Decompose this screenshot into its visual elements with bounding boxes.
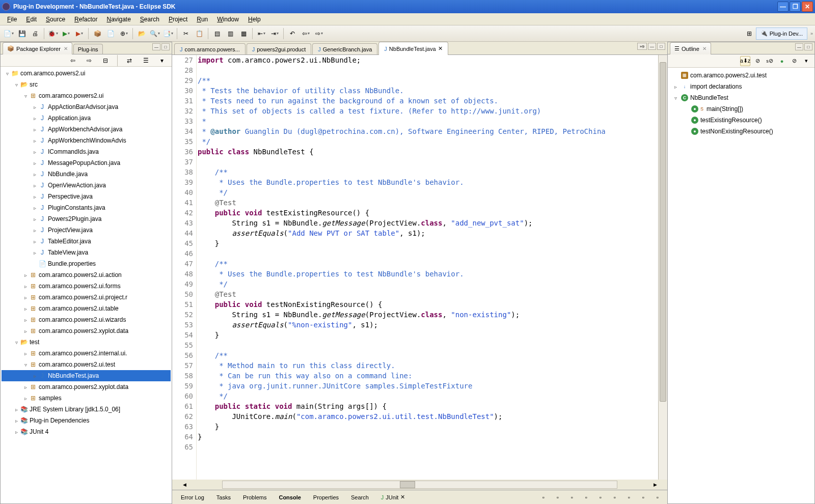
pin-icon[interactable]: ▫	[538, 492, 549, 503]
save-button[interactable]: 💾	[16, 28, 28, 39]
tree-twisty[interactable]: ▹	[31, 216, 38, 222]
tree-item[interactable]: ▹JAppActionBarAdvisor.java	[2, 101, 171, 113]
hide-nonpublic-button[interactable]: ●	[777, 56, 787, 66]
cut-button[interactable]: ✂	[180, 28, 192, 39]
outline-tree[interactable]: ⊞com.aramco.powers2.ui.test▹↓import decl…	[668, 68, 814, 503]
tree-item[interactable]: ▹⊞com.aramco.powers2.ui.forms	[2, 281, 171, 292]
tree-item[interactable]: ▹⊞com.aramco.powers2.ui.action	[2, 269, 171, 281]
close-icon[interactable]: ✕	[64, 46, 68, 51]
scroll-lock-icon[interactable]: ▫	[623, 492, 635, 503]
bottom-tab-problems[interactable]: Problems	[237, 492, 272, 502]
tree-item[interactable]: ▹⊞com.aramco.powers2.ui.project.r	[2, 292, 171, 303]
tree-item[interactable]: ▹JPowers2Plugin.java	[2, 213, 171, 225]
code-area[interactable]: import com.aramco.powers2.ui.NbBundle; /…	[197, 55, 658, 480]
menu-window[interactable]: Window	[213, 14, 243, 24]
bottom-tab-properties[interactable]: Properties	[308, 492, 344, 502]
menu-edit[interactable]: Edit	[22, 14, 41, 24]
editor-overflow[interactable]: »9	[637, 43, 647, 50]
bottom-tab-search[interactable]: Search	[345, 492, 374, 502]
menu-project[interactable]: Project	[165, 14, 192, 24]
tree-twisty[interactable]: ▹	[31, 205, 38, 211]
package-explorer-tree[interactable]: ▿📁com.aramco.powers2.ui▿📂src▿⊞com.aramco…	[1, 67, 172, 503]
tab-plugins[interactable]: Plug-ins	[73, 44, 103, 54]
tree-item[interactable]: ▿⊞com.aramco.powers2.ui	[2, 90, 171, 101]
new-button[interactable]: 📄	[3, 28, 14, 39]
tree-twisty[interactable]: ▹	[31, 239, 38, 244]
console-icon[interactable]: ▫	[566, 492, 578, 503]
tree-item[interactable]: ▹📚Plug-in Dependencies	[2, 415, 171, 426]
forward-nav-icon[interactable]: ⇨	[84, 55, 95, 66]
outline-item[interactable]: ●testExistingResource()	[670, 115, 812, 126]
tree-twisty[interactable]: ▹	[31, 194, 38, 200]
tree-item[interactable]: ▹⊞samples	[2, 393, 171, 404]
tree-twisty[interactable]: ▹	[22, 328, 29, 334]
editor-tab[interactable]: JNbBundleTest.java✕	[378, 42, 448, 55]
tree-twisty[interactable]: ▹	[22, 272, 29, 278]
tb-icon-2[interactable]: ▥	[225, 28, 236, 39]
tree-twisty[interactable]: ▹	[13, 418, 20, 424]
tree-twisty[interactable]: ▹	[31, 149, 38, 155]
tree-twisty[interactable]: ▿	[4, 71, 11, 76]
hide-static-button[interactable]: s⊘	[765, 56, 775, 66]
tree-twisty[interactable]: ▹	[31, 183, 38, 188]
tb-icon-1[interactable]: ▤	[211, 28, 223, 39]
hide-fields-button[interactable]: ⊘	[752, 56, 763, 66]
tree-item[interactable]: ▹JProjectView.java	[2, 225, 171, 236]
tree-twisty[interactable]: ▹	[31, 127, 38, 132]
tree-twisty[interactable]: ▹	[31, 138, 38, 144]
horizontal-scrollbar[interactable]	[222, 481, 617, 489]
tree-twisty[interactable]: ▿	[672, 95, 679, 101]
tree-item[interactable]: ▹JNbBundleTest.java	[2, 370, 171, 381]
tree-item[interactable]: ▹⊞com.aramco.powers2.ui.table	[2, 303, 171, 314]
back-nav-icon[interactable]: ⇦	[67, 55, 78, 66]
max-icon[interactable]: ▫	[652, 492, 663, 503]
tree-item[interactable]: ▹JICommandIds.java	[2, 146, 171, 157]
close-icon[interactable]: ✕	[400, 494, 405, 500]
tree-item[interactable]: ▿📁com.aramco.powers2.ui	[2, 68, 171, 79]
new-plugin-button[interactable]: 📦	[92, 28, 103, 39]
back-button[interactable]: ⇦	[300, 28, 311, 39]
tree-twisty[interactable]: ▿	[13, 340, 20, 345]
tree-item[interactable]: ▹⊞com.aramco.powers2.ui.wizards	[2, 314, 171, 325]
tb-nav-2[interactable]: ⇥	[269, 28, 280, 39]
search-button[interactable]: 🔍	[149, 28, 160, 39]
maximize-view-button[interactable]: □	[804, 43, 812, 50]
collapse-all-icon[interactable]: ⊟	[100, 55, 111, 66]
terminate-icon[interactable]: ▫	[581, 492, 592, 503]
scroll-left-button[interactable]: ◀	[172, 480, 197, 490]
external-tools-button[interactable]: ▶	[74, 28, 85, 39]
tree-twisty[interactable]: ▹	[22, 295, 29, 300]
tree-twisty[interactable]: ▹	[22, 317, 29, 323]
editor-tab[interactable]: Jpowers2gui.product	[247, 43, 312, 54]
last-edit-button[interactable]: ↶	[287, 28, 298, 39]
menu-refactor[interactable]: Refactor	[70, 14, 101, 24]
run-button[interactable]: ▶	[61, 28, 72, 39]
tree-twisty[interactable]: ▹	[22, 284, 29, 289]
debug-button[interactable]: 🐞	[47, 28, 59, 39]
remove-icon[interactable]: ▫	[595, 492, 606, 503]
tree-item[interactable]: ▹JMessagePopupAction.java	[2, 157, 171, 169]
tree-item[interactable]: ▿📂test	[2, 337, 171, 348]
tree-item[interactable]: ▹JOpenViewAction.java	[2, 180, 171, 191]
close-button[interactable]: ✕	[802, 2, 813, 12]
tree-item[interactable]: ▹JPerspective.java	[2, 191, 171, 202]
tree-twisty[interactable]: ▹	[22, 306, 29, 312]
outline-item[interactable]: ▹↓import declarations	[670, 81, 812, 92]
tree-twisty[interactable]: ▹	[13, 407, 20, 412]
menu-help[interactable]: Help	[244, 14, 265, 24]
tree-twisty[interactable]: ▿	[22, 93, 29, 99]
menu-file[interactable]: File	[3, 14, 21, 24]
tree-item[interactable]: ▹JApplication.java	[2, 113, 171, 124]
tab-outline[interactable]: ☰ Outline ✕	[670, 42, 711, 54]
tree-twisty[interactable]: ▿	[22, 362, 29, 368]
editor-tab[interactable]: JGenericBranch.java	[312, 43, 377, 54]
tb-icon-3[interactable]: ▦	[238, 28, 249, 39]
perspective-button[interactable]: 🔌 Plug-in Dev...	[756, 27, 807, 40]
tree-item[interactable]: ▹📚JRE System Library [jdk1.5.0_06]	[2, 404, 171, 415]
bottom-tab-junit[interactable]: JJUnit ✕	[375, 492, 411, 502]
tree-item[interactable]: ▹📚JUnit 4	[2, 426, 171, 437]
bottom-tab-console[interactable]: Console	[273, 492, 306, 502]
tab-package-explorer[interactable]: 📦 Package Explorer ✕	[3, 42, 72, 54]
maximize-button[interactable]: ❐	[790, 2, 801, 12]
tree-item[interactable]: ▹⊞com.aramco.powers2.xyplot.data	[2, 381, 171, 393]
